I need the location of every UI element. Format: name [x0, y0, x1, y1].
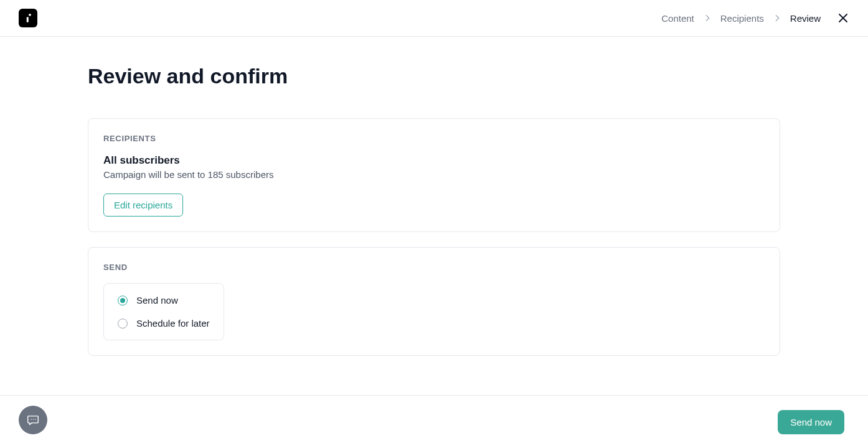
- radio-option-schedule-later[interactable]: Schedule for later: [104, 312, 224, 335]
- footer-bar: Send now: [0, 395, 868, 448]
- recipients-description: Campaign will be sent to 185 subscribers: [103, 169, 765, 180]
- breadcrumb: Content Recipients Review: [661, 13, 821, 24]
- logo-icon: [22, 12, 34, 24]
- svg-point-2: [33, 419, 34, 419]
- send-radio-group: Send now Schedule for later: [103, 283, 224, 340]
- radio-indicator: [118, 319, 128, 329]
- radio-dot-icon: [120, 298, 125, 303]
- edit-recipients-button[interactable]: Edit recipients: [103, 194, 183, 217]
- recipients-card: RECIPIENTS All subscribers Campaign will…: [88, 118, 780, 232]
- svg-point-3: [35, 419, 35, 419]
- send-card-label: SEND: [103, 263, 765, 272]
- chat-icon: [26, 413, 40, 427]
- recipients-card-label: RECIPIENTS: [103, 134, 765, 143]
- radio-label: Send now: [136, 295, 178, 306]
- chevron-right-icon: [703, 14, 712, 22]
- chevron-right-icon: [773, 14, 781, 22]
- radio-option-send-now[interactable]: Send now: [104, 289, 224, 312]
- radio-indicator: [118, 296, 128, 306]
- svg-point-0: [29, 14, 31, 16]
- send-now-button[interactable]: Send now: [778, 410, 844, 434]
- breadcrumb-recipients[interactable]: Recipients: [720, 13, 764, 24]
- page-title: Review and confirm: [88, 64, 780, 88]
- close-icon[interactable]: [837, 12, 849, 24]
- send-card: SEND Send now Schedule for later: [88, 247, 780, 356]
- main-content: Review and confirm RECIPIENTS All subscr…: [88, 37, 780, 356]
- radio-label: Schedule for later: [136, 318, 210, 329]
- recipients-title: All subscribers: [103, 154, 765, 167]
- app-logo[interactable]: [19, 9, 37, 27]
- svg-point-1: [31, 419, 32, 419]
- header-right: Content Recipients Review: [661, 12, 849, 24]
- breadcrumb-review[interactable]: Review: [790, 13, 821, 24]
- header: Content Recipients Review: [0, 0, 868, 37]
- breadcrumb-content[interactable]: Content: [661, 13, 694, 24]
- chat-support-button[interactable]: [19, 406, 47, 434]
